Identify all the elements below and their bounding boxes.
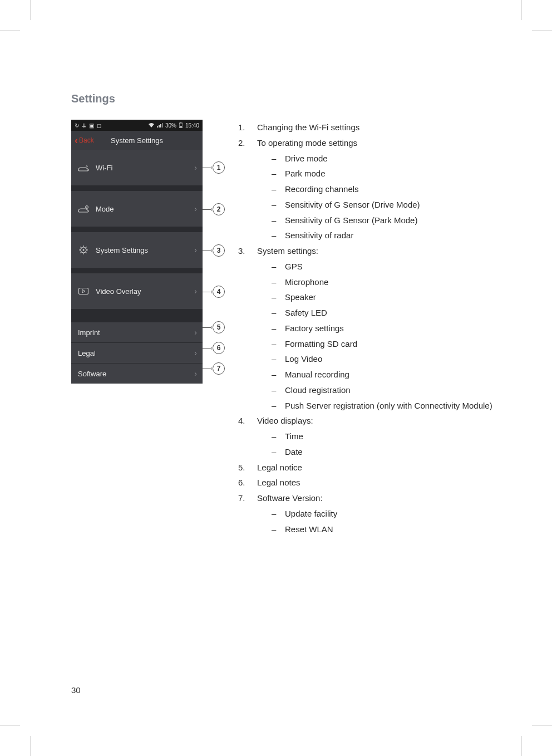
callout-3: 3 [203,244,225,257]
row-wifi[interactable]: Wi-Fi › [71,150,203,185]
callout-5: 5 [203,321,225,333]
list-item: Date [272,444,496,460]
svg-point-6 [83,249,85,251]
row-label: Legal [78,349,189,357]
list-item: Safety LED [272,305,496,321]
sync-icon: ↻ [75,122,79,129]
svg-rect-2 [180,126,182,127]
callout-7: 7 [203,362,225,375]
callout-2: 2 [203,203,225,215]
list-item: Sensitivity of G Sensor (Park Mode) [272,213,496,228]
list-item: Microphone [272,274,496,290]
list-item: Legal notes [238,475,496,490]
svg-rect-1 [180,122,181,123]
page-number: 30 [71,685,81,695]
list-item: Manual recording [272,367,496,382]
list-item: Sensitivity of G Sensor (Drive Mode) [272,197,496,213]
battery-text: 30% [165,122,176,129]
svg-rect-15 [79,288,88,294]
row-label: Software [78,370,189,378]
callout-4: 4 [203,286,225,298]
video-icon [71,288,96,294]
svg-line-12 [86,252,87,253]
gear-icon [71,246,96,254]
list-item: Factory settings [272,321,496,336]
svg-line-11 [80,247,81,248]
back-button[interactable]: ‹ Back [71,135,97,145]
list-item: Drive mode [272,151,496,166]
image-icon: ◻ [97,122,101,129]
svg-line-14 [80,252,81,253]
chevron-right-icon: › [189,204,203,213]
chevron-right-icon: › [189,246,203,254]
phone-screenshot: ↻ ⇊ ▣ ◻ 30% [71,120,226,384]
list-item: To operating mode settings Drive mode Pa… [238,135,496,243]
list-item: Update facility [272,506,496,522]
screenshot-icon: ▣ [89,122,94,129]
wifi-icon [149,123,154,127]
signal-icon [157,123,162,127]
row-mode[interactable]: Mode › [71,191,203,227]
row-imprint[interactable]: Imprint › [71,322,203,342]
list-item: Recording channels [272,181,496,197]
list-item: Reset WLAN [272,522,496,537]
list-item: GPS [272,259,496,274]
row-video-overlay[interactable]: Video Overlay › [71,273,203,309]
row-software[interactable]: Software › [71,364,203,384]
list-item: Log Video [272,351,496,367]
chevron-right-icon: › [189,348,203,357]
clock-text: 15:40 [185,122,199,129]
list-item: Software Version: Update facility Reset … [238,490,496,537]
list-item: Cloud registration [272,382,496,398]
callout-1: 1 [203,161,225,174]
row-label: System Settings [96,246,189,254]
back-label: Back [79,136,94,144]
chevron-right-icon: › [189,369,203,378]
list-item: Video displays: Time Date [238,413,496,459]
car-wifi-icon [71,164,96,171]
battery-icon [179,122,183,128]
list-item: System settings: GPS Microphone Speaker … [238,243,496,413]
chevron-right-icon: › [189,163,203,172]
page-title: Settings [71,92,496,105]
list-item: Park mode [272,166,496,181]
row-label: Mode [96,205,189,213]
title-bar: ‹ Back System Settings [71,131,203,150]
description-list: Changing the Wi-Fi settings To operating… [238,120,496,537]
list-item: Push Server registration (only with Conn… [272,398,496,414]
svg-point-4 [86,207,87,208]
row-system-settings[interactable]: System Settings › [71,232,203,268]
chevron-right-icon: › [189,287,203,296]
row-legal[interactable]: Legal › [71,343,203,363]
chevron-right-icon: › [189,328,203,337]
list-item: Sensitivity of radar [272,228,496,243]
usb-icon: ⇊ [82,122,86,129]
list-item: Legal notice [238,460,496,475]
svg-line-13 [86,247,87,248]
row-label: Video Overlay [96,287,189,296]
screen-title: System Settings [111,136,163,145]
car-gear-icon [71,205,96,213]
row-label: Imprint [78,328,189,337]
status-bar: ↻ ⇊ ▣ ◻ 30% [71,120,203,131]
list-item: Speaker [272,289,496,305]
row-label: Wi-Fi [96,164,189,172]
chevron-left-icon: ‹ [75,135,78,145]
list-item: Changing the Wi-Fi settings [238,120,496,135]
callout-6: 6 [203,342,225,354]
list-item: Time [272,429,496,444]
list-item: Formatting SD card [272,336,496,352]
